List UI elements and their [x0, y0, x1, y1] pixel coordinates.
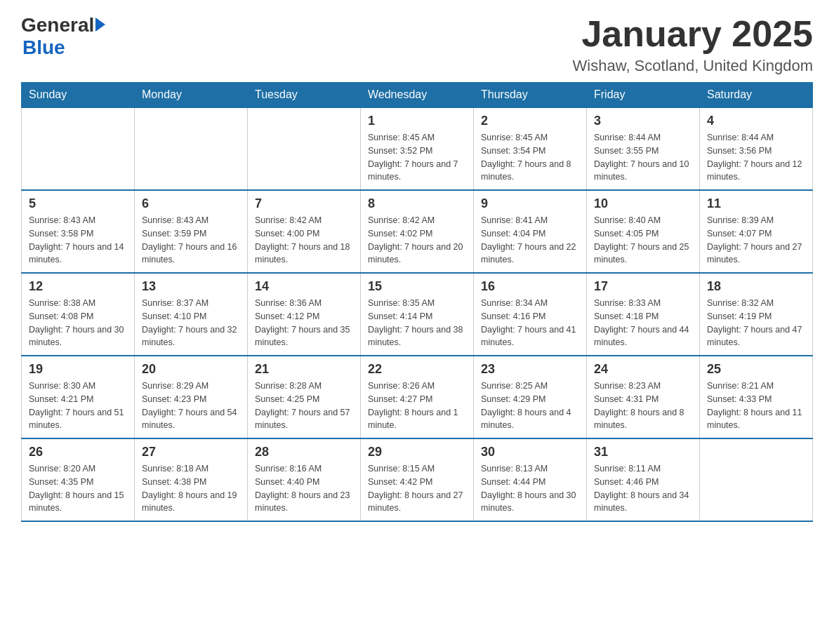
- day-cell: 31Sunrise: 8:11 AMSunset: 4:46 PMDayligh…: [587, 438, 700, 521]
- day-number: 25: [707, 362, 805, 377]
- day-cell: 26Sunrise: 8:20 AMSunset: 4:35 PMDayligh…: [22, 438, 135, 521]
- day-cell: 9Sunrise: 8:41 AMSunset: 4:04 PMDaylight…: [474, 190, 587, 273]
- day-number: 1: [368, 114, 466, 128]
- day-info: Sunrise: 8:25 AMSunset: 4:29 PMDaylight:…: [481, 380, 579, 432]
- day-number: 28: [255, 445, 353, 459]
- day-info: Sunrise: 8:20 AMSunset: 4:35 PMDaylight:…: [29, 462, 127, 515]
- day-cell: 18Sunrise: 8:32 AMSunset: 4:19 PMDayligh…: [700, 273, 813, 356]
- day-cell: [700, 438, 813, 521]
- day-cell: 11Sunrise: 8:39 AMSunset: 4:07 PMDayligh…: [700, 190, 813, 273]
- week-row-5: 26Sunrise: 8:20 AMSunset: 4:35 PMDayligh…: [22, 438, 813, 521]
- header-cell-tuesday: Tuesday: [248, 83, 361, 108]
- calendar-header: SundayMondayTuesdayWednesdayThursdayFrid…: [22, 83, 813, 108]
- day-info: Sunrise: 8:41 AMSunset: 4:04 PMDaylight:…: [481, 214, 579, 267]
- header-cell-wednesday: Wednesday: [361, 83, 474, 108]
- day-info: Sunrise: 8:18 AMSunset: 4:38 PMDaylight:…: [142, 462, 240, 515]
- header-cell-saturday: Saturday: [700, 83, 813, 108]
- day-number: 10: [594, 196, 692, 211]
- logo-general-text: General: [21, 14, 94, 36]
- day-number: 17: [594, 279, 692, 294]
- day-number: 3: [594, 114, 692, 128]
- day-cell: 19Sunrise: 8:30 AMSunset: 4:21 PMDayligh…: [22, 356, 135, 438]
- day-number: 27: [142, 445, 240, 459]
- day-info: Sunrise: 8:35 AMSunset: 4:14 PMDaylight:…: [368, 297, 466, 349]
- day-number: 31: [594, 445, 692, 459]
- week-row-1: 1Sunrise: 8:45 AMSunset: 3:52 PMDaylight…: [22, 107, 813, 190]
- day-cell: 1Sunrise: 8:45 AMSunset: 3:52 PMDaylight…: [361, 107, 474, 190]
- day-number: 15: [368, 279, 466, 294]
- day-cell: 16Sunrise: 8:34 AMSunset: 4:16 PMDayligh…: [474, 273, 587, 356]
- day-number: 11: [707, 196, 805, 211]
- day-info: Sunrise: 8:36 AMSunset: 4:12 PMDaylight:…: [255, 297, 353, 349]
- day-number: 20: [142, 362, 240, 377]
- logo-blue-text: Blue: [22, 36, 65, 59]
- day-info: Sunrise: 8:34 AMSunset: 4:16 PMDaylight:…: [481, 297, 579, 349]
- day-number: 29: [368, 445, 466, 459]
- day-number: 19: [29, 362, 127, 377]
- day-cell: [135, 107, 248, 190]
- day-cell: 15Sunrise: 8:35 AMSunset: 4:14 PMDayligh…: [361, 273, 474, 356]
- day-cell: 6Sunrise: 8:43 AMSunset: 3:59 PMDaylight…: [135, 190, 248, 273]
- day-number: 13: [142, 279, 240, 294]
- day-cell: 22Sunrise: 8:26 AMSunset: 4:27 PMDayligh…: [361, 356, 474, 438]
- day-number: 2: [481, 114, 579, 128]
- day-number: 5: [29, 196, 127, 211]
- day-cell: 24Sunrise: 8:23 AMSunset: 4:31 PMDayligh…: [587, 356, 700, 438]
- day-info: Sunrise: 8:43 AMSunset: 3:59 PMDaylight:…: [142, 214, 240, 267]
- day-cell: 3Sunrise: 8:44 AMSunset: 3:55 PMDaylight…: [587, 107, 700, 190]
- day-cell: [248, 107, 361, 190]
- day-cell: 10Sunrise: 8:40 AMSunset: 4:05 PMDayligh…: [587, 190, 700, 273]
- day-info: Sunrise: 8:29 AMSunset: 4:23 PMDaylight:…: [142, 380, 240, 432]
- day-cell: 25Sunrise: 8:21 AMSunset: 4:33 PMDayligh…: [700, 356, 813, 438]
- day-cell: 2Sunrise: 8:45 AMSunset: 3:54 PMDaylight…: [474, 107, 587, 190]
- day-info: Sunrise: 8:30 AMSunset: 4:21 PMDaylight:…: [29, 380, 127, 432]
- day-info: Sunrise: 8:37 AMSunset: 4:10 PMDaylight:…: [142, 297, 240, 349]
- week-row-3: 12Sunrise: 8:38 AMSunset: 4:08 PMDayligh…: [22, 273, 813, 356]
- day-info: Sunrise: 8:11 AMSunset: 4:46 PMDaylight:…: [594, 462, 692, 515]
- header-cell-sunday: Sunday: [22, 83, 135, 108]
- day-info: Sunrise: 8:39 AMSunset: 4:07 PMDaylight:…: [707, 214, 805, 267]
- day-info: Sunrise: 8:33 AMSunset: 4:18 PMDaylight:…: [594, 297, 692, 349]
- week-row-4: 19Sunrise: 8:30 AMSunset: 4:21 PMDayligh…: [22, 356, 813, 438]
- day-number: 12: [29, 279, 127, 294]
- header-cell-friday: Friday: [587, 83, 700, 108]
- day-cell: 14Sunrise: 8:36 AMSunset: 4:12 PMDayligh…: [248, 273, 361, 356]
- calendar-table: SundayMondayTuesdayWednesdayThursdayFrid…: [21, 82, 813, 522]
- day-info: Sunrise: 8:21 AMSunset: 4:33 PMDaylight:…: [707, 380, 805, 432]
- day-cell: [22, 107, 135, 190]
- day-number: 26: [29, 445, 127, 459]
- day-cell: 17Sunrise: 8:33 AMSunset: 4:18 PMDayligh…: [587, 273, 700, 356]
- day-cell: 7Sunrise: 8:42 AMSunset: 4:00 PMDaylight…: [248, 190, 361, 273]
- day-number: 22: [368, 362, 466, 377]
- day-info: Sunrise: 8:44 AMSunset: 3:55 PMDaylight:…: [594, 131, 692, 184]
- week-row-2: 5Sunrise: 8:43 AMSunset: 3:58 PMDaylight…: [22, 190, 813, 273]
- day-cell: 29Sunrise: 8:15 AMSunset: 4:42 PMDayligh…: [361, 438, 474, 521]
- day-number: 6: [142, 196, 240, 211]
- day-cell: 30Sunrise: 8:13 AMSunset: 4:44 PMDayligh…: [474, 438, 587, 521]
- day-cell: 4Sunrise: 8:44 AMSunset: 3:56 PMDaylight…: [700, 107, 813, 190]
- month-title: January 2025: [573, 14, 813, 54]
- location-title: Wishaw, Scotland, United Kingdom: [573, 57, 813, 75]
- day-number: 16: [481, 279, 579, 294]
- day-info: Sunrise: 8:42 AMSunset: 4:00 PMDaylight:…: [255, 214, 353, 267]
- title-section: January 2025 Wishaw, Scotland, United Ki…: [573, 14, 813, 75]
- day-info: Sunrise: 8:42 AMSunset: 4:02 PMDaylight:…: [368, 214, 466, 267]
- day-number: 4: [707, 114, 805, 128]
- page-header: General Blue January 2025 Wishaw, Scotla…: [21, 14, 813, 75]
- day-number: 23: [481, 362, 579, 377]
- day-number: 21: [255, 362, 353, 377]
- day-cell: 5Sunrise: 8:43 AMSunset: 3:58 PMDaylight…: [22, 190, 135, 273]
- day-info: Sunrise: 8:26 AMSunset: 4:27 PMDaylight:…: [368, 380, 466, 432]
- day-cell: 20Sunrise: 8:29 AMSunset: 4:23 PMDayligh…: [135, 356, 248, 438]
- day-info: Sunrise: 8:45 AMSunset: 3:52 PMDaylight:…: [368, 131, 466, 184]
- day-info: Sunrise: 8:45 AMSunset: 3:54 PMDaylight:…: [481, 131, 579, 184]
- day-cell: 21Sunrise: 8:28 AMSunset: 4:25 PMDayligh…: [248, 356, 361, 438]
- day-info: Sunrise: 8:44 AMSunset: 3:56 PMDaylight:…: [707, 131, 805, 184]
- logo-arrow-icon: [95, 18, 105, 32]
- day-cell: 23Sunrise: 8:25 AMSunset: 4:29 PMDayligh…: [474, 356, 587, 438]
- day-number: 18: [707, 279, 805, 294]
- day-number: 7: [255, 196, 353, 211]
- day-info: Sunrise: 8:15 AMSunset: 4:42 PMDaylight:…: [368, 462, 466, 515]
- day-number: 24: [594, 362, 692, 377]
- day-info: Sunrise: 8:40 AMSunset: 4:05 PMDaylight:…: [594, 214, 692, 267]
